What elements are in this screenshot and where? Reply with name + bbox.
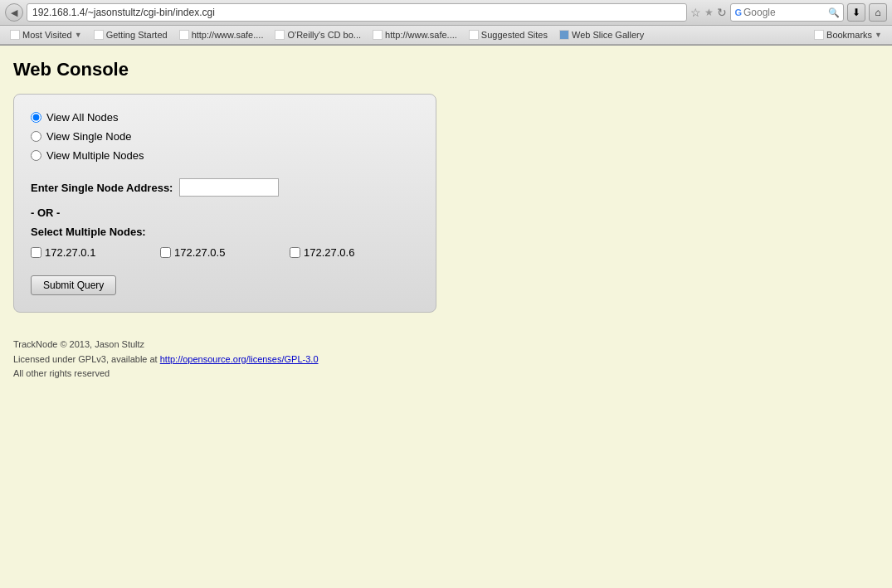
bookmark-favicon <box>275 30 285 40</box>
footer-line1: TrackNode © 2013, Jason Stultz <box>13 338 879 352</box>
footer-license-text: Licensed under GPLv3, available at <box>13 354 160 364</box>
form-panel: View All Nodes View Single Node View Mul… <box>13 94 436 313</box>
checkbox-node3-label: 172.27.0.6 <box>304 246 354 259</box>
search-input[interactable] <box>743 7 826 18</box>
radio-single-node-label: View Single Node <box>46 130 131 143</box>
checkbox-node1-label: 172.27.0.1 <box>45 246 95 259</box>
chevron-down-icon: ▼ <box>875 31 882 39</box>
star-icon[interactable]: ☆ <box>690 6 701 19</box>
radio-view-all-nodes[interactable]: View All Nodes <box>31 111 419 124</box>
or-divider: - OR - <box>31 207 419 219</box>
bookmark-label: http://www.safe.... <box>385 30 457 40</box>
checkbox-node1[interactable]: 172.27.0.1 <box>31 246 160 259</box>
bookmark-favicon <box>373 30 383 40</box>
radio-multiple-nodes-input[interactable] <box>31 150 41 161</box>
page-title: Web Console <box>13 59 879 80</box>
bookmark-label: Getting Started <box>106 30 168 40</box>
bookmark-label: Most Visited <box>22 30 72 40</box>
star-filled-icon[interactable]: ★ <box>704 7 714 18</box>
checkbox-grid: 172.27.0.1 172.27.0.5 172.27.0.6 <box>31 246 419 259</box>
search-bar: G 🔍 <box>730 3 844 22</box>
address-bar[interactable] <box>27 3 687 22</box>
google-icon: G <box>734 7 742 17</box>
footer-line3: All other rights reserved <box>13 367 879 381</box>
checkbox-node3-input[interactable] <box>290 247 300 258</box>
bookmark-label: O'Reilly's CD bo... <box>287 30 361 40</box>
radio-view-multiple-nodes[interactable]: View Multiple Nodes <box>31 149 419 162</box>
checkbox-node3[interactable]: 172.27.0.6 <box>290 246 419 259</box>
bookmark-favicon <box>94 30 104 40</box>
search-icon[interactable]: 🔍 <box>828 7 840 18</box>
bookmark-favicon <box>469 30 479 40</box>
bookmark-label: Web Slice Gallery <box>572 30 644 40</box>
footer-license-link[interactable]: http://opensource.org/licenses/GPL-3.0 <box>160 354 319 364</box>
toolbar: ◀ ☆ ★ ↻ G 🔍 ⬇ ⌂ <box>0 0 892 26</box>
bookmarks-bar: Most Visited ▼ Getting Started http://ww… <box>0 26 892 45</box>
bookmark-favicon <box>814 30 824 40</box>
footer-line2: Licensed under GPLv3, available at http:… <box>13 352 879 367</box>
checkbox-node2-input[interactable] <box>160 247 171 258</box>
single-node-row: Enter Single Node Address: <box>31 178 419 197</box>
bookmark-oreilly[interactable]: O'Reilly's CD bo... <box>270 28 366 41</box>
radio-group: View All Nodes View Single Node View Mul… <box>31 111 419 162</box>
bookmark-label: http://www.safe.... <box>192 30 264 40</box>
bookmark-safe2[interactable]: http://www.safe.... <box>368 28 462 41</box>
bookmark-label: Bookmarks <box>826 30 872 40</box>
bookmark-web-slice-gallery[interactable]: Web Slice Gallery <box>554 28 649 41</box>
page-content: Web Console View All Nodes View Single N… <box>0 46 892 543</box>
radio-multiple-nodes-label: View Multiple Nodes <box>46 149 144 162</box>
bookmark-favicon <box>559 30 569 40</box>
single-node-label: Enter Single Node Address: <box>31 182 173 194</box>
submit-button[interactable]: Submit Query <box>31 275 116 295</box>
radio-view-single-node[interactable]: View Single Node <box>31 130 419 143</box>
radio-all-nodes-input[interactable] <box>31 112 41 123</box>
home-button[interactable]: ⌂ <box>869 3 887 22</box>
radio-single-node-input[interactable] <box>31 131 41 142</box>
refresh-icon[interactable]: ↻ <box>717 6 727 19</box>
bookmark-most-visited[interactable]: Most Visited ▼ <box>5 28 87 41</box>
download-button[interactable]: ⬇ <box>847 3 865 22</box>
bookmark-bookmarks[interactable]: Bookmarks ▼ <box>809 28 887 41</box>
bookmark-safe1[interactable]: http://www.safe.... <box>174 28 269 41</box>
bookmark-getting-started[interactable]: Getting Started <box>89 28 173 41</box>
bookmark-suggested-sites[interactable]: Suggested Sites <box>464 28 553 41</box>
browser-chrome: ◀ ☆ ★ ↻ G 🔍 ⬇ ⌂ Most Visited ▼ Getting S… <box>0 0 892 46</box>
footer: TrackNode © 2013, Jason Stultz Licensed … <box>13 338 879 381</box>
checkbox-node2-label: 172.27.0.5 <box>174 246 225 259</box>
single-node-input[interactable] <box>179 178 279 197</box>
bookmark-label: Suggested Sites <box>481 30 548 40</box>
back-button[interactable]: ◀ <box>5 3 23 22</box>
radio-all-nodes-label: View All Nodes <box>46 111 118 124</box>
bookmark-favicon <box>10 30 20 40</box>
chevron-down-icon: ▼ <box>75 31 82 39</box>
checkbox-node1-input[interactable] <box>31 247 41 258</box>
checkbox-node2[interactable]: 172.27.0.5 <box>160 246 290 259</box>
toolbar-right: ☆ ★ ↻ <box>690 6 727 19</box>
bookmark-favicon <box>179 30 189 40</box>
multiple-nodes-label: Select Multiple Nodes: <box>31 226 419 238</box>
